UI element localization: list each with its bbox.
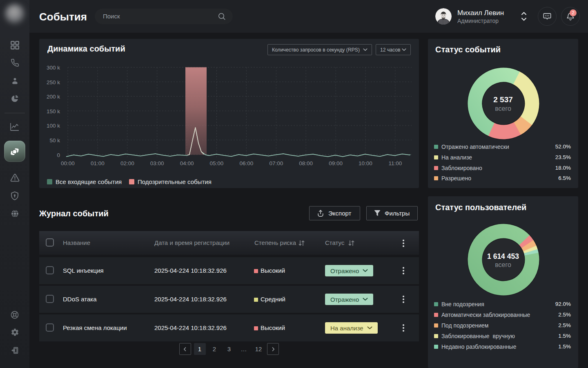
svg-text:03:00: 03:00 xyxy=(150,160,164,166)
svg-text:07:00: 07:00 xyxy=(269,160,283,166)
svg-text:02:00: 02:00 xyxy=(120,160,134,166)
svg-text:10:00: 10:00 xyxy=(359,160,372,166)
svg-text:Подозрительные события: Подозрительные события xyxy=(138,178,212,185)
svg-text:04:00: 04:00 xyxy=(180,160,194,166)
svg-text:08:00: 08:00 xyxy=(299,160,313,166)
svg-text:11:00: 11:00 xyxy=(389,160,402,166)
svg-text:250 k: 250 k xyxy=(47,79,60,85)
svg-text:09:00: 09:00 xyxy=(329,160,343,166)
svg-text:0: 0 xyxy=(57,152,60,158)
svg-text:06:00: 06:00 xyxy=(240,160,254,166)
svg-text:Все входящие события: Все входящие события xyxy=(56,178,122,185)
svg-text:50 k: 50 k xyxy=(49,137,60,144)
svg-text:300 k: 300 k xyxy=(47,65,60,71)
svg-text:150 k: 150 k xyxy=(47,108,60,114)
svg-text:00:00: 00:00 xyxy=(61,160,75,166)
svg-text:200 k: 200 k xyxy=(47,94,60,100)
svg-text:01:00: 01:00 xyxy=(91,160,105,166)
svg-text:100 k: 100 k xyxy=(47,123,60,129)
svg-text:05:00: 05:00 xyxy=(210,160,224,166)
